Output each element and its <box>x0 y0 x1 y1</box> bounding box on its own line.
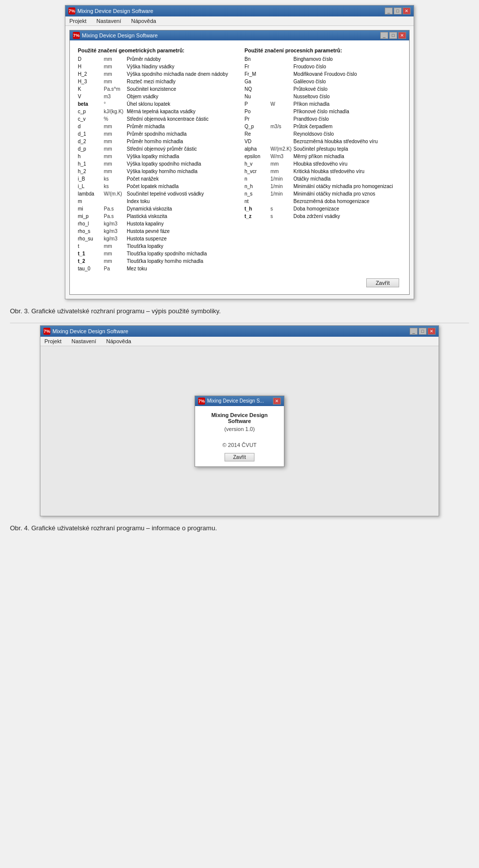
about-dialog-close-x[interactable]: ✕ <box>273 398 281 405</box>
sym-P: PWPříkon míchadla <box>244 100 401 108</box>
figure2-container: 7% Mixing Device Design Software _ □ ✕ P… <box>0 323 479 520</box>
menu-napoveda[interactable]: Nápověda <box>129 17 158 24</box>
right-section-title: Použité značení procesních parametrů: <box>244 47 401 53</box>
sym-m: mIndex toku <box>78 198 235 205</box>
about-dialog: 7% Mixing Device Design S... ✕ Mixing De… <box>195 396 284 467</box>
sym-rhosu: rho_sukg/m3Hustota suspenze <box>78 235 235 242</box>
window2-minimize-btn[interactable]: _ <box>410 328 418 335</box>
left-section-title: Použité značení geometrických parametrů: <box>78 47 235 53</box>
sym-iL: i_LksPočet lopatek míchadla <box>78 183 235 190</box>
window2-menu-bar: Projekt Nastavení Nápověda <box>40 337 439 346</box>
close-btn-row: Zavřít <box>76 275 403 290</box>
about-copyright: © 2014 ČVUT <box>200 442 279 448</box>
sym-t1: t_1mmTloušťka lopatky spodního míchadla <box>78 250 235 257</box>
caption2: Obr. 4. Grafické uživatelské rozhraní pr… <box>0 520 479 537</box>
minimize-button[interactable]: _ <box>385 7 393 14</box>
sym-cp: c_pkJ/(kg.K)Měrná tepelná kapacita vsádk… <box>78 108 235 115</box>
sym-H: HmmVýška hladiny vsádky <box>78 63 235 70</box>
about-titlebar-left: 7% Mixing Device Design S... <box>198 398 264 405</box>
symbols-dialog: 7% Mixing Device Design Software _ □ ✕ P… <box>69 30 410 295</box>
window2-maximize-btn[interactable]: □ <box>419 328 427 335</box>
sym-h: hmmVýška lopatky míchadla <box>78 153 235 160</box>
symbols-close-btn[interactable]: ✕ <box>398 32 406 39</box>
titlebar-left: 7% Mixing Device Design Software <box>68 7 153 14</box>
sym-FrM: Fr_MModifikované Froudovo číslo <box>244 70 401 78</box>
right-symbol-column: Použité značení procesních parametrů: Bn… <box>244 47 401 272</box>
window2-menu-napoveda[interactable]: Nápověda <box>104 338 133 345</box>
about-body: Mixing Device Design Software (version 1… <box>195 406 284 466</box>
window1-titlebar: 7% Mixing Device Design Software _ □ ✕ <box>65 5 414 16</box>
maximize-button[interactable]: □ <box>394 7 402 14</box>
sym-nt: ntBezrozměrná doba homogenizace <box>244 198 401 205</box>
window2-menu-projekt[interactable]: Projekt <box>42 338 63 345</box>
sym-d1: d_1mmPrůměr spodního míchadla <box>78 130 235 138</box>
sym-mi: miPa.sDynamická viskozita <box>78 205 235 213</box>
sym-Qp: Q_pm3/sPrůtok čerpadlem <box>244 123 401 130</box>
sym-H3: H_3mmRozteč mezi míchadly <box>78 78 235 85</box>
about-version: (version 1.0) <box>200 426 279 432</box>
window2-title: Mixing Device Design Software <box>52 328 128 334</box>
menu-nastaveni[interactable]: Nastavení <box>94 17 123 24</box>
sym-Pr: PrPrandtlovo číslo <box>244 115 401 123</box>
sym-h2: h_2mmVýška lopatky horního míchadla <box>78 168 235 175</box>
window2-titlebar: 7% Mixing Device Design Software _ □ ✕ <box>40 326 439 337</box>
sym-n: n1/minOtáčky míchadla <box>244 175 401 183</box>
sym-Re: ReReynoldsovo číslo <box>244 130 401 138</box>
menu-projekt[interactable]: Projekt <box>67 17 88 24</box>
about-close-button[interactable]: Zavřít <box>225 453 254 461</box>
symbols-content: Použité značení geometrických parametrů:… <box>70 40 409 294</box>
sym-Po: PoPříkonové číslo míchadla <box>244 108 401 115</box>
symbols-titlebar-controls: _ □ ✕ <box>380 32 406 39</box>
sym-ns: n_s1/minMinimální otáčky míchadla pro vz… <box>244 190 401 198</box>
sym-lambda: lambdaW/(m.K)Součinitel tepelné vodivost… <box>78 190 235 198</box>
sym-H2: H_2mmVýška spodního míchadla nade dnem n… <box>78 70 235 78</box>
sym-hvcr: h_vcrmmKritická hloubka středového víru <box>244 168 401 175</box>
menu-bar: Projekt Nastavení Nápověda <box>65 16 414 26</box>
symbols-dialog-title: Mixing Device Design Software <box>82 32 158 38</box>
window2-body: 7% Mixing Device Design S... ✕ Mixing De… <box>40 346 439 516</box>
about-title: Mixing Device Design S... <box>207 398 264 404</box>
sym-Bn: BnBinghamovo číslo <box>244 55 401 63</box>
sym-V: Vm3Objem vsádky <box>78 93 235 100</box>
sym-epsilon: epsilonW/m3Měrný příkon míchadla <box>244 153 401 160</box>
sym-nh: n_h1/minMinimální otáčky míchadla pro ho… <box>244 183 401 190</box>
sym-Ga: GaGalileovo číslo <box>244 78 401 85</box>
sym-NQ: NQPrůtokové číslo <box>244 85 401 93</box>
sym-d: dmmPrůměr míchadla <box>78 123 235 130</box>
sym-D: DmmPrůměr nádoby <box>78 55 235 63</box>
sym-h1: h_1mmVýška lopatky spodního míchadla <box>78 160 235 168</box>
window1-title: Mixing Device Design Software <box>77 8 153 14</box>
symbols-minimize-btn[interactable]: _ <box>380 32 388 39</box>
window1: 7% Mixing Device Design Software _ □ ✕ P… <box>65 5 414 299</box>
symbols-maximize-btn[interactable]: □ <box>389 32 397 39</box>
sym-tz: t_zsDoba zdržení vsádky <box>244 213 401 220</box>
sym-dp: d_pmmStřední objemový průměr částic <box>78 145 235 153</box>
window2-controls: _ □ ✕ <box>410 328 436 335</box>
symbols-close-button[interactable]: Zavřít <box>366 278 399 287</box>
window2-titlebar-left: 7% Mixing Device Design Software <box>43 328 128 335</box>
sym-cv: c_v%Střední objemová koncentrace částic <box>78 115 235 123</box>
window2-close-btn[interactable]: ✕ <box>428 328 436 335</box>
symbols-dialog-titlebar: 7% Mixing Device Design Software _ □ ✕ <box>70 30 409 40</box>
caption1: Obr. 3. Grafické uživatelské rozhraní pr… <box>0 303 479 323</box>
sym-rhos: rho_skg/m3Hustota pevné fáze <box>78 227 235 235</box>
sym-t: tmmTloušťka lopatky <box>78 242 235 250</box>
sym-tau0: tau_0PaMez toku <box>78 265 235 272</box>
sym-K: KPa.s^mSoučinitel konzistence <box>78 85 235 93</box>
sym-Nu: NuNusseltovo číslo <box>244 93 401 100</box>
sym-alpha: alphaW/(m2.K)Součinitel přestupu tepla <box>244 145 401 153</box>
sym-mip: mi_pPa.sPlastická viskozita <box>78 213 235 220</box>
window2-menu-nastaveni[interactable]: Nastavení <box>69 338 98 345</box>
sym-t2: t_2mmTloušťka lopatky horního míchadla <box>78 257 235 265</box>
sym-d2: d_2mmPrůměr horního míchadla <box>78 138 235 145</box>
figure1-container: 7% Mixing Device Design Software _ □ ✕ P… <box>0 0 479 303</box>
sym-beta: beta°Úhel sklonu lopatek <box>78 100 235 108</box>
symbols-titlebar-left: 7% Mixing Device Design Software <box>73 32 158 39</box>
about-app-name: Mixing Device Design Software <box>200 412 279 424</box>
window2: 7% Mixing Device Design Software _ □ ✕ P… <box>40 325 439 516</box>
sym-th: t_hsDoba homogenizace <box>244 205 401 213</box>
sym-hv: h_vmmHloubka středového víru <box>244 160 401 168</box>
left-symbol-column: Použité značení geometrických parametrů:… <box>78 47 235 272</box>
sym-VD: VDBezrozměrná hloubka středového víru <box>244 138 401 145</box>
close-button[interactable]: ✕ <box>403 7 411 14</box>
